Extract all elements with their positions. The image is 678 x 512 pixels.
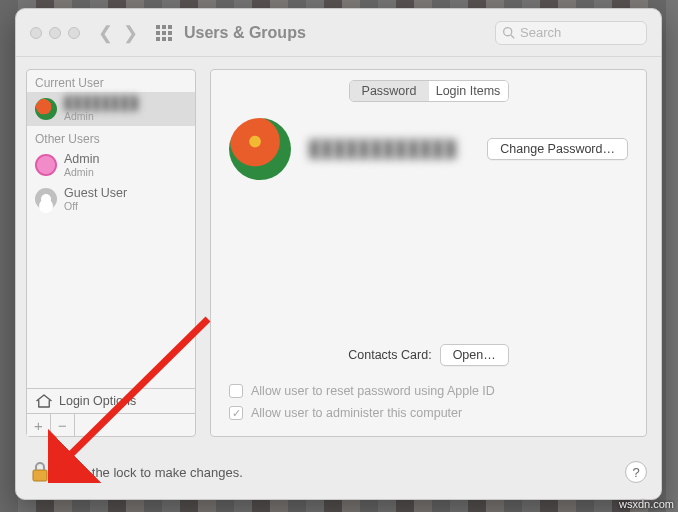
tab-password[interactable]: Password	[350, 81, 429, 101]
allow-admin-label: Allow user to administer this computer	[251, 406, 462, 420]
house-icon	[35, 394, 53, 408]
close-dot[interactable]	[30, 27, 42, 39]
contacts-card-label: Contacts Card:	[348, 348, 431, 362]
user-row[interactable]: Guest User Off	[27, 182, 195, 216]
login-options-label: Login Options	[59, 394, 136, 408]
back-forward[interactable]: ❮ ❯	[92, 22, 144, 44]
lock-hint: Click the lock to make changes.	[60, 465, 243, 480]
window-title: Users & Groups	[184, 24, 306, 42]
user-role: Off	[64, 200, 127, 212]
tab-login-items[interactable]: Login Items	[429, 81, 508, 101]
search-icon	[502, 26, 515, 39]
watermark: wsxdn.com	[619, 498, 674, 510]
chevron-right-icon[interactable]: ❯	[123, 22, 138, 44]
section-current-user: Current User	[27, 70, 195, 92]
toolbar: ❮ ❯ Users & Groups Search	[16, 9, 661, 57]
remove-user-button[interactable]: −	[51, 414, 75, 436]
login-options[interactable]: Login Options	[27, 388, 195, 413]
add-user-button[interactable]: +	[27, 414, 51, 436]
search-placeholder: Search	[520, 25, 561, 40]
user-row[interactable]: Admin Admin	[27, 148, 195, 182]
footer: Click the lock to make changes. ?	[16, 445, 661, 499]
search-field[interactable]: Search	[495, 21, 647, 45]
section-other-users: Other Users	[27, 126, 195, 148]
zoom-dot[interactable]	[68, 27, 80, 39]
user-role: Admin	[64, 166, 99, 178]
sidebar: Current User ████████ Admin Other Users …	[26, 69, 196, 437]
svg-line-1	[511, 35, 514, 38]
user-avatar-large[interactable]	[229, 118, 291, 180]
open-contacts-button[interactable]: Open…	[440, 344, 509, 366]
user-role: Admin	[64, 110, 139, 122]
user-name: Guest User	[64, 186, 127, 200]
minimize-dot[interactable]	[49, 27, 61, 39]
lock-icon[interactable]	[30, 461, 50, 483]
user-display-name: ████████████	[309, 140, 469, 158]
change-password-button[interactable]: Change Password…	[487, 138, 628, 160]
avatar-icon	[35, 98, 57, 120]
window-controls[interactable]	[30, 27, 80, 39]
chevron-left-icon[interactable]: ❮	[98, 22, 113, 44]
avatar-icon	[35, 188, 57, 210]
user-row-current[interactable]: ████████ Admin	[27, 92, 195, 126]
allow-reset-row: Allow user to reset password using Apple…	[229, 384, 495, 398]
grid-icon[interactable]	[156, 25, 172, 41]
prefs-window: ❮ ❯ Users & Groups Search Current User █…	[15, 8, 662, 500]
add-remove-bar: + −	[27, 413, 195, 436]
help-button[interactable]: ?	[625, 461, 647, 483]
checkbox-allow-admin[interactable]: ✓	[229, 406, 243, 420]
allow-admin-row: ✓ Allow user to administer this computer	[229, 406, 495, 420]
user-name: ████████	[64, 96, 139, 110]
user-name: Admin	[64, 152, 99, 166]
checkbox-allow-reset[interactable]	[229, 384, 243, 398]
svg-point-0	[504, 28, 512, 36]
avatar-icon	[35, 154, 57, 176]
svg-rect-2	[33, 470, 47, 481]
allow-reset-label: Allow user to reset password using Apple…	[251, 384, 495, 398]
tab-bar[interactable]: Password Login Items	[349, 80, 509, 102]
main-panel: Password Login Items ████████████ Change…	[210, 69, 647, 437]
